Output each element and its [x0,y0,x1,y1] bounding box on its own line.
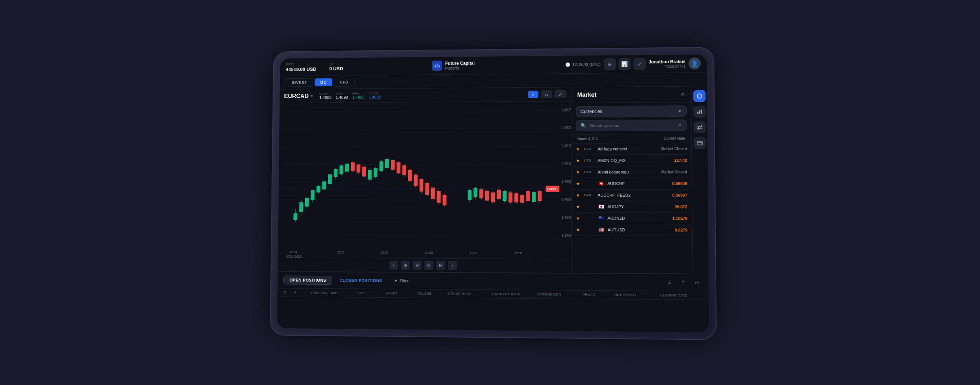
tab-closed-positions[interactable]: CLOSED POSITIONS [334,276,388,285]
free-label: FREE [286,62,316,66]
star-icon[interactable]: ★ [576,181,581,186]
sidebar-icon-refresh[interactable] [693,90,705,102]
market-rate: 0.6279 [675,228,688,232]
sort-icon: ⇅ [595,137,598,140]
col-closing-time: CLOSING TIME [660,293,703,297]
svg-rect-29 [311,190,315,200]
svg-rect-51 [374,168,377,177]
zoom-reset-btn[interactable]: ⊟ [436,261,445,270]
col-commission: COMMISSION [538,293,579,296]
scroll-left-btn[interactable]: ‹ [389,261,398,269]
list-item[interactable]: ★ 🇨🇭 AUDCHF 0.56908 [571,178,692,189]
zoom-out-btn[interactable]: ⊖ [413,261,422,269]
svg-line-3 [280,110,559,112]
pl-value: 0 USD [329,65,343,71]
star-icon[interactable]: ★ [576,192,581,198]
type-badge: CFD [584,170,595,174]
star-icon[interactable]: ★ [576,227,581,232]
filter-button[interactable]: ▼ Filter [390,277,413,285]
user-id: #0d2b24761 [649,64,686,68]
close-label: CLOSE [369,92,379,95]
flag-icon: 🇺🇸 [598,227,605,232]
flag-icon: 🇨🇭 [598,181,605,186]
list-item[interactable]: ★ CFD AUDCHF_FEED2 0.56907 [571,189,692,201]
search-box: 🔍 ✕ [576,119,687,131]
list-item[interactable]: ★ CFD AMZN.OQ_FIX 227.42 [571,155,692,167]
brand-logo-icon [432,61,442,71]
star-icon[interactable]: ★ [576,204,581,209]
svg-rect-99 [532,192,536,202]
zoom-fit-btn[interactable]: ⊙ [425,261,433,270]
tab-dc[interactable]: DC [315,78,332,86]
svg-rect-85 [491,192,495,202]
close-value: 1.4902 [369,95,381,99]
svg-rect-2 [439,65,440,68]
star-icon[interactable]: ★ [576,146,581,152]
svg-rect-95 [520,195,525,203]
layout-icon-btn[interactable]: ⊞ [604,58,616,70]
list-item[interactable]: ★ 🇺🇸 AUDUSD 0.6279 [571,224,692,236]
sidebar-icon-chart[interactable] [693,106,706,118]
svg-text:08:20: 08:20 [289,250,297,254]
instrument-name: AUDCHF [608,181,669,186]
star-icon[interactable]: ★ [576,215,581,221]
list-item[interactable]: ★ 🇳🇿 AUDNZD 1.10579 [571,213,692,224]
svg-rect-81 [479,189,483,198]
timeframe-btn[interactable]: 5' [528,91,539,99]
flag-icon: 🇯🇵 [598,204,605,209]
header-left-group: FREE 44519.00 USD P/L 0 USD [286,62,343,72]
svg-rect-91 [509,192,512,202]
market-rate: Market Closed [661,170,687,174]
chart-header: EURCAD ▼ OPEN 1.4903 LOW 1.4898 [280,88,571,103]
ohlc-close: CLOSE 1.4902 [369,92,381,100]
rate-header-label: Current Rate [664,136,686,140]
svg-rect-27 [305,198,309,207]
market-list: ★ CFD Ad fuga consect Market Closed ★ CF… [571,143,693,274]
svg-rect-101 [538,191,542,201]
search-input[interactable] [589,123,675,128]
market-title: Market [578,91,597,98]
chart-ohlc: OPEN 1.4903 LOW 1.4898 HIGH 1.4903 CLO [319,92,381,100]
svg-rect-109 [697,112,698,114]
market-close-btn[interactable]: ✕ [680,91,685,97]
col-current-rate: CURRENT RATE [492,292,534,296]
svg-text:09:20: 09:20 [337,250,344,255]
star-icon[interactable]: ★ [576,158,581,163]
symbol-text: EURCAD [284,92,309,99]
arrow-left-btn[interactable]: ↤ [692,277,703,288]
expand-icon-btn[interactable]: ⤢ [634,58,646,70]
user-info: Jonathon Brakus #0d2b24761 [649,59,686,68]
list-item[interactable]: ★ CFD Animi doloremqu Market Closed [571,166,692,178]
currency-dropdown[interactable]: Currencies ▼ [576,105,687,117]
stats-icon-btn[interactable]: 📊 [619,58,631,70]
filter-label: Filter [399,278,409,283]
svg-rect-65 [414,175,418,186]
collapse-up-btn[interactable]: ⇡ [678,277,689,288]
tab-invest[interactable]: INVEST [286,78,313,87]
user-avatar[interactable]: 👤 [689,57,701,69]
tablet-screen: FREE 44519.00 USD P/L 0 USD Fu [277,54,709,332]
svg-rect-37 [334,169,337,177]
col-number: # [294,291,307,294]
chart-tools-btn[interactable]: 🖊 [554,90,566,98]
zoom-in-btn[interactable]: ⊕ [401,261,410,269]
instrument-name: AMZN.OQ_FIX [598,158,671,163]
sidebar-icon-wallet[interactable] [693,137,706,149]
search-clear-icon[interactable]: ✕ [678,123,682,128]
svg-rect-23 [293,213,297,220]
chart-zoom-controls: ‹ ⊕ ⊖ ⊙ ⊟ › [278,258,571,273]
sidebar-icon-transfer[interactable] [693,121,706,133]
scroll-right-btn[interactable]: › [448,261,457,270]
list-item[interactable]: ★ CFD Ad fuga consect Market Closed [571,143,692,155]
chart-svg: 1.4925 1.4920 1.4915 1.4910 1.4905 1.490… [278,102,571,259]
bottom-actions: ⇣ ⇡ ↤ [665,277,703,288]
list-item[interactable]: ★ 🇯🇵 AUDJPY 99.072 [571,201,692,213]
balance-section: FREE 44519.00 USD [286,62,317,72]
tab-cfd[interactable]: CFD [334,78,355,87]
sort-label[interactable]: Name A-Z ⇅ [578,137,598,141]
star-icon[interactable]: ★ [576,170,581,175]
market-rate: 227.42 [674,158,687,162]
chart-type-btn[interactable]: ⚏ [541,90,552,98]
expand-down-btn[interactable]: ⇣ [665,277,675,288]
tab-open-positions[interactable]: OPEN POSITIONS [283,275,332,285]
